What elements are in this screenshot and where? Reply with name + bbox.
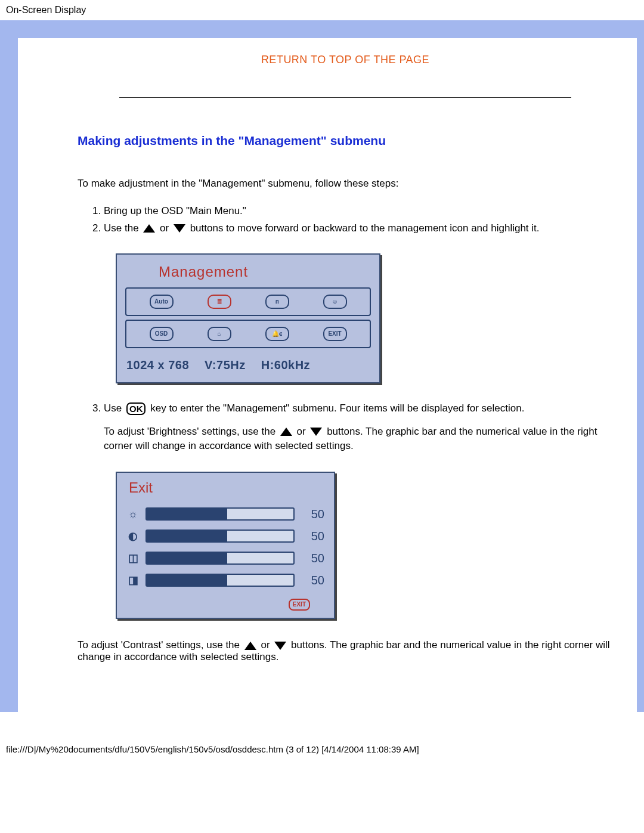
osd2-row-4: ◨ 50 — [126, 572, 324, 589]
osd-icon-reset: ⌂ — [208, 327, 231, 341]
osd1-status-bar: 1024 x 768 V:75Hz H:60kHz — [125, 352, 371, 375]
svg-marker-2 — [280, 428, 292, 436]
down-arrow-icon — [309, 427, 323, 436]
osd2-icon-4: ◨ — [126, 572, 140, 588]
up-arrow-icon — [143, 224, 156, 233]
section-heading: Making adjustments in the "Management" s… — [78, 134, 613, 148]
return-to-top-link[interactable]: RETURN TO TOP OF THE PAGE — [78, 38, 613, 72]
osd-icon-osd: OSD — [150, 327, 174, 341]
brightness-icon: ☼ — [126, 506, 140, 522]
step-2: Use the or buttons to move forward or ba… — [104, 221, 613, 383]
contrast-bar — [145, 529, 295, 543]
step-2-text-b: or — [160, 222, 172, 234]
ok-button-icon: OK — [126, 402, 146, 415]
intro-text: To make adjustment in the "Management" s… — [78, 178, 613, 190]
step-3-text-b: key to enter the "Management" submenu. F… — [150, 402, 524, 414]
contrast-paragraph: To adjust 'Contrast' settings, use the o… — [78, 639, 613, 663]
brightness-bar — [145, 507, 295, 521]
down-arrow-icon — [173, 224, 186, 233]
osd-icon-exit: EXIT — [323, 327, 347, 341]
osd-icon-extras: ☺ — [323, 295, 347, 309]
osd1-vfreq: V:75Hz — [205, 357, 246, 374]
osd1-icon-row-1: Auto ≣ ᴨ ☺ — [125, 287, 371, 316]
osd2-icon-3: ◫ — [126, 550, 140, 566]
contrast-value: 50 — [301, 528, 324, 545]
content-frame: RETURN TO TOP OF THE PAGE Making adjustm… — [0, 20, 644, 712]
up-arrow-icon — [244, 641, 257, 651]
divider — [119, 97, 571, 98]
osd2-row-brightness: ☼ 50 — [126, 506, 324, 523]
contrast-text-b: or — [261, 639, 273, 651]
osd1-hfreq: H:60kHz — [261, 357, 310, 374]
up-arrow-icon — [280, 427, 293, 436]
step-2-text-a: Use the — [104, 222, 141, 234]
step-3-text-a: Use — [104, 402, 125, 414]
brightness-value: 50 — [301, 506, 324, 523]
contrast-icon: ◐ — [126, 528, 140, 544]
osd-management-screenshot: Management Auto ≣ ᴨ ☺ OSD ⌂ 🔔ϵ EXIT — [116, 253, 613, 383]
osd2-title: Exit — [126, 478, 324, 506]
osd2-value-4: 50 — [301, 572, 324, 589]
svg-marker-3 — [310, 428, 322, 436]
osd-icon-position: ᴨ — [265, 295, 289, 309]
osd1-title: Management — [125, 261, 371, 287]
steps-list: Bring up the OSD "Main Menu." Use the or… — [78, 204, 613, 619]
brightness-text-b: or — [297, 426, 309, 437]
osd2-value-3: 50 — [301, 550, 324, 567]
step-3: Use OK key to enter the "Management" sub… — [104, 401, 613, 619]
osd-icon-management: ≣ — [208, 295, 231, 309]
osd2-row-contrast: ◐ 50 — [126, 528, 324, 545]
osd-icon-language: 🔔ϵ — [265, 327, 289, 341]
svg-marker-1 — [174, 224, 185, 233]
exit-chip-icon: EXIT — [289, 599, 310, 611]
svg-marker-0 — [143, 224, 155, 233]
step-2-text-c: buttons to move forward or backward to t… — [190, 222, 540, 234]
step-1: Bring up the OSD "Main Menu." — [104, 204, 613, 219]
down-arrow-icon — [274, 641, 287, 651]
osd2-bar-3 — [145, 552, 295, 565]
osd2-bar-4 — [145, 574, 295, 587]
brightness-text-a: To adjust 'Brightness' settings, use the — [104, 426, 278, 437]
osd2-row-3: ◫ 50 — [126, 550, 324, 567]
footer-path: file:///D|/My%20documents/dfu/150V5/engl… — [0, 712, 644, 760]
osd-exit-screenshot: Exit ☼ 50 ◐ 50 ◫ 50 — [116, 472, 613, 619]
osd1-resolution: 1024 x 768 — [126, 357, 189, 374]
page-header: On-Screen Display — [0, 0, 644, 20]
osd2-exit-row: EXIT — [126, 594, 324, 611]
svg-marker-4 — [244, 642, 256, 650]
contrast-text-a: To adjust 'Contrast' settings, use the — [78, 639, 243, 651]
osd1-icon-row-2: OSD ⌂ 🔔ϵ EXIT — [125, 320, 371, 348]
osd-icon-auto: Auto — [150, 295, 174, 309]
svg-marker-5 — [274, 642, 286, 650]
